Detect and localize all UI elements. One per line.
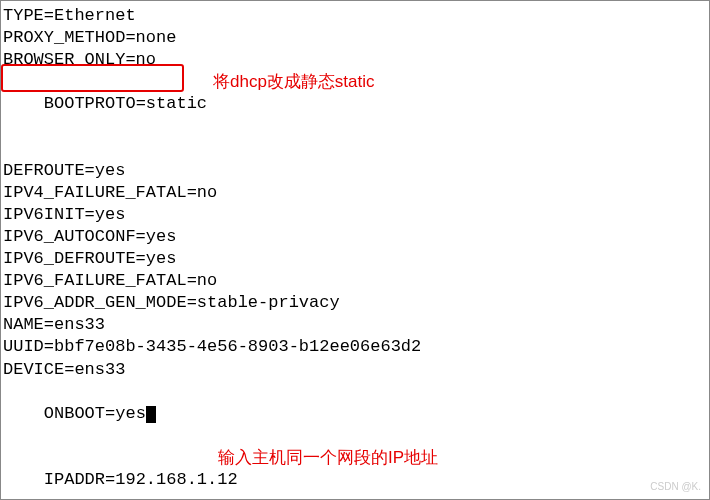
config-line: DEVICE=ens33 xyxy=(3,359,707,381)
config-line: IPV6_DEFROUTE=yes xyxy=(3,248,707,270)
config-line: UUID=bbf7e08b-3435-4e56-8903-b12ee06e63d… xyxy=(3,336,707,358)
config-line: DEFROUTE=yes xyxy=(3,160,707,182)
config-line: IPV6INIT=yes xyxy=(3,204,707,226)
config-text: BOOTPROTO=static xyxy=(44,94,207,113)
config-line-ipaddr: IPADDR=192.168.1.12 输入主机同一个网段的IP地址 xyxy=(3,447,707,500)
watermark: CSDN @K. xyxy=(650,480,701,493)
config-text: IPADDR=192.168.1.12 xyxy=(44,470,238,489)
cursor-icon xyxy=(146,406,156,423)
config-line: PROXY_METHOD=none xyxy=(3,27,707,49)
editor-content[interactable]: TYPE=Ethernet PROXY_METHOD=none BROWSER_… xyxy=(3,5,707,500)
config-line: IPV6_FAILURE_FATAL=no xyxy=(3,270,707,292)
config-line-onboot: ONBOOT=yes xyxy=(3,381,707,447)
config-line: IPV6_AUTOCONF=yes xyxy=(3,226,707,248)
config-line: TYPE=Ethernet xyxy=(3,5,707,27)
config-line: IPV6_ADDR_GEN_MODE=stable-privacy xyxy=(3,292,707,314)
config-line: NAME=ens33 xyxy=(3,314,707,336)
annotation-ipaddr: 输入主机同一个网段的IP地址 xyxy=(218,447,438,469)
config-text: ONBOOT=yes xyxy=(44,404,146,423)
config-line-bootproto: BOOTPROTO=static 将dhcp改成静态static xyxy=(3,71,707,159)
config-line: BROWSER_ONLY=no xyxy=(3,49,707,71)
config-line: IPV4_FAILURE_FATAL=no xyxy=(3,182,707,204)
annotation-bootproto: 将dhcp改成静态static xyxy=(213,71,375,93)
